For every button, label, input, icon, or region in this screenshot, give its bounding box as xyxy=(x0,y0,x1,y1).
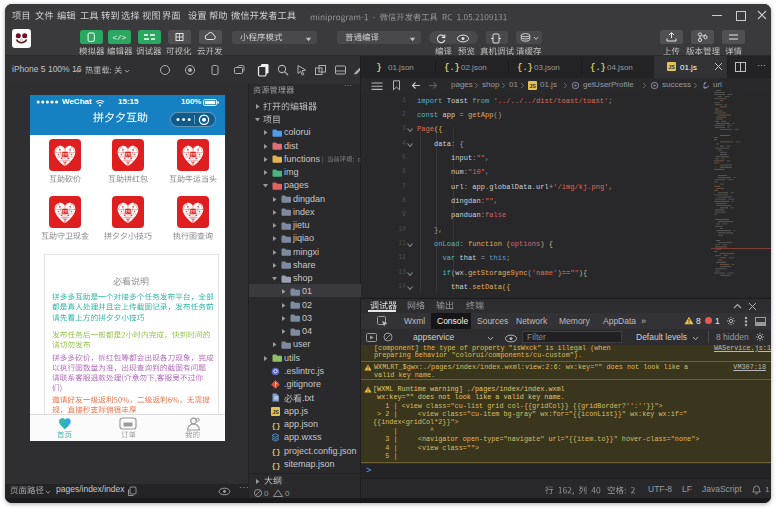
svg-text:JS: JS xyxy=(668,64,675,70)
svg-text:{.}: {.} xyxy=(590,63,605,73)
svg-text:}: } xyxy=(376,63,381,73)
svg-text:{}: {} xyxy=(271,448,280,456)
svg-text:{.}: {.} xyxy=(517,63,532,73)
svg-text:JS: JS xyxy=(272,409,279,415)
svg-text:JS: JS xyxy=(529,83,536,89)
svg-text:0: 0 xyxy=(285,489,290,498)
svg-text:{}: {} xyxy=(271,421,280,429)
svg-text:{.}: {.} xyxy=(444,63,459,73)
svg-text:{}: {} xyxy=(271,461,280,469)
svg-text:</>: </> xyxy=(112,34,126,42)
svg-text:0: 0 xyxy=(264,489,269,498)
